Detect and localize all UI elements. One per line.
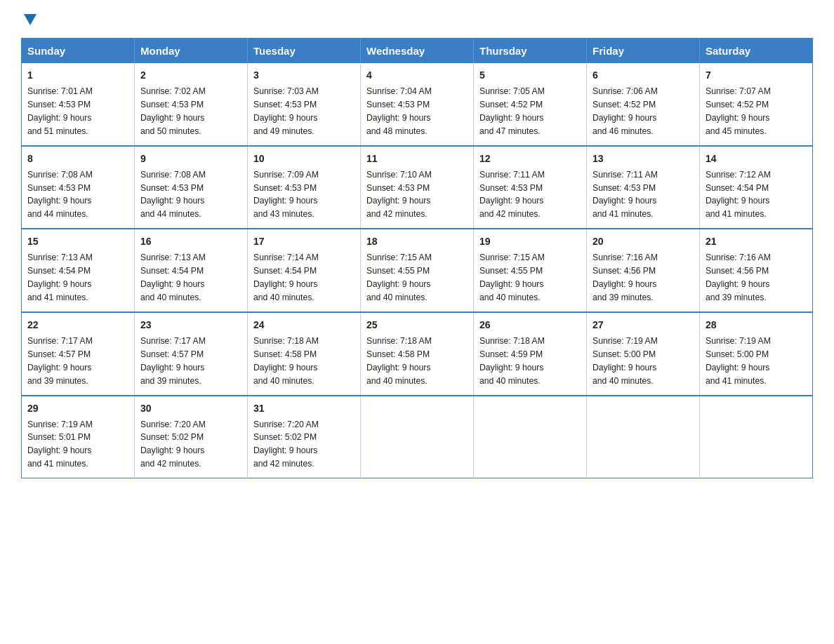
day-number: 12 — [479, 152, 581, 166]
calendar-day-cell: 8 Sunrise: 7:08 AMSunset: 4:53 PMDayligh… — [22, 146, 135, 229]
day-info: Sunrise: 7:03 AMSunset: 4:53 PMDaylight:… — [253, 86, 319, 136]
day-number: 16 — [140, 234, 241, 249]
day-info: Sunrise: 7:05 AMSunset: 4:52 PMDaylight:… — [479, 86, 545, 136]
day-of-week-header: Tuesday — [248, 39, 361, 64]
day-info: Sunrise: 7:13 AMSunset: 4:54 PMDaylight:… — [140, 253, 206, 302]
day-number: 4 — [366, 68, 468, 83]
day-info: Sunrise: 7:08 AMSunset: 4:53 PMDaylight:… — [27, 170, 93, 220]
calendar-day-cell: 26 Sunrise: 7:18 AMSunset: 4:59 PMDaylig… — [474, 312, 587, 396]
day-info: Sunrise: 7:18 AMSunset: 4:59 PMDaylight:… — [479, 336, 545, 386]
day-number: 27 — [593, 318, 694, 333]
calendar-day-cell: 12 Sunrise: 7:11 AMSunset: 4:53 PMDaylig… — [474, 146, 587, 229]
calendar-day-cell: 22 Sunrise: 7:17 AMSunset: 4:57 PMDaylig… — [22, 312, 135, 396]
day-info: Sunrise: 7:09 AMSunset: 4:53 PMDaylight:… — [253, 170, 319, 220]
day-info: Sunrise: 7:19 AMSunset: 5:00 PMDaylight:… — [593, 336, 658, 386]
calendar-day-cell: 17 Sunrise: 7:14 AMSunset: 4:54 PMDaylig… — [248, 229, 361, 312]
day-info: Sunrise: 7:11 AMSunset: 4:53 PMDaylight:… — [479, 170, 545, 220]
day-info: Sunrise: 7:10 AMSunset: 4:53 PMDaylight:… — [366, 170, 432, 220]
day-info: Sunrise: 7:08 AMSunset: 4:53 PMDaylight:… — [140, 170, 206, 220]
day-info: Sunrise: 7:19 AMSunset: 5:00 PMDaylight:… — [706, 336, 771, 386]
day-number: 20 — [593, 234, 694, 249]
day-info: Sunrise: 7:20 AMSunset: 5:02 PMDaylight:… — [140, 420, 206, 469]
calendar-day-cell: 13 Sunrise: 7:11 AMSunset: 4:53 PMDaylig… — [587, 146, 700, 229]
calendar-week-row: 8 Sunrise: 7:08 AMSunset: 4:53 PMDayligh… — [22, 146, 813, 229]
day-number: 13 — [593, 152, 694, 166]
day-number: 14 — [706, 152, 807, 166]
calendar-day-cell: 9 Sunrise: 7:08 AMSunset: 4:53 PMDayligh… — [135, 146, 248, 229]
day-number: 24 — [253, 318, 355, 333]
day-info: Sunrise: 7:02 AMSunset: 4:53 PMDaylight:… — [140, 86, 206, 136]
calendar-day-cell: 30 Sunrise: 7:20 AMSunset: 5:02 PMDaylig… — [135, 396, 248, 478]
day-info: Sunrise: 7:18 AMSunset: 4:58 PMDaylight:… — [366, 336, 432, 386]
day-number: 15 — [27, 234, 128, 249]
day-number: 31 — [253, 401, 355, 416]
calendar-day-cell: 20 Sunrise: 7:16 AMSunset: 4:56 PMDaylig… — [587, 229, 700, 312]
day-of-week-header: Thursday — [474, 39, 587, 64]
day-of-week-header: Sunday — [22, 39, 135, 64]
logo-triangle-icon — [24, 14, 37, 25]
day-number: 9 — [140, 152, 241, 166]
day-number: 5 — [479, 68, 581, 83]
calendar-day-cell — [587, 396, 700, 478]
calendar-day-cell: 16 Sunrise: 7:13 AMSunset: 4:54 PMDaylig… — [135, 229, 248, 312]
day-number: 29 — [27, 401, 128, 416]
calendar-day-cell: 19 Sunrise: 7:15 AMSunset: 4:55 PMDaylig… — [474, 229, 587, 312]
day-number: 17 — [253, 234, 355, 249]
calendar-day-cell: 5 Sunrise: 7:05 AMSunset: 4:52 PMDayligh… — [474, 63, 587, 146]
calendar-day-cell: 28 Sunrise: 7:19 AMSunset: 5:00 PMDaylig… — [700, 312, 813, 396]
day-number: 19 — [479, 234, 581, 249]
day-number: 18 — [366, 234, 468, 249]
day-info: Sunrise: 7:20 AMSunset: 5:02 PMDaylight:… — [253, 420, 319, 469]
calendar-day-cell: 27 Sunrise: 7:19 AMSunset: 5:00 PMDaylig… — [587, 312, 700, 396]
day-number: 11 — [366, 152, 468, 166]
day-of-week-header: Friday — [587, 39, 700, 64]
day-number: 6 — [593, 68, 694, 83]
day-info: Sunrise: 7:14 AMSunset: 4:54 PMDaylight:… — [253, 253, 319, 302]
day-number: 8 — [27, 152, 128, 166]
calendar-day-cell: 15 Sunrise: 7:13 AMSunset: 4:54 PMDaylig… — [22, 229, 135, 312]
day-info: Sunrise: 7:15 AMSunset: 4:55 PMDaylight:… — [366, 253, 432, 302]
calendar-table: SundayMondayTuesdayWednesdayThursdayFrid… — [21, 38, 813, 478]
calendar-week-row: 29 Sunrise: 7:19 AMSunset: 5:01 PMDaylig… — [22, 396, 813, 478]
calendar-day-cell: 31 Sunrise: 7:20 AMSunset: 5:02 PMDaylig… — [248, 396, 361, 478]
calendar-day-cell: 14 Sunrise: 7:12 AMSunset: 4:54 PMDaylig… — [700, 146, 813, 229]
calendar-day-cell: 29 Sunrise: 7:19 AMSunset: 5:01 PMDaylig… — [22, 396, 135, 478]
day-info: Sunrise: 7:06 AMSunset: 4:52 PMDaylight:… — [593, 86, 658, 136]
day-number: 28 — [706, 318, 807, 333]
page-header — [21, 14, 813, 25]
day-info: Sunrise: 7:15 AMSunset: 4:55 PMDaylight:… — [479, 253, 545, 302]
day-info: Sunrise: 7:16 AMSunset: 4:56 PMDaylight:… — [706, 253, 771, 302]
day-info: Sunrise: 7:19 AMSunset: 5:01 PMDaylight:… — [27, 420, 93, 469]
calendar-day-cell: 3 Sunrise: 7:03 AMSunset: 4:53 PMDayligh… — [248, 63, 361, 146]
calendar-day-cell: 2 Sunrise: 7:02 AMSunset: 4:53 PMDayligh… — [135, 63, 248, 146]
day-number: 3 — [253, 68, 355, 83]
day-number: 23 — [140, 318, 241, 333]
day-info: Sunrise: 7:07 AMSunset: 4:52 PMDaylight:… — [706, 86, 771, 136]
day-number: 30 — [140, 401, 241, 416]
calendar-week-row: 1 Sunrise: 7:01 AMSunset: 4:53 PMDayligh… — [22, 63, 813, 146]
calendar-week-row: 15 Sunrise: 7:13 AMSunset: 4:54 PMDaylig… — [22, 229, 813, 312]
day-info: Sunrise: 7:18 AMSunset: 4:58 PMDaylight:… — [253, 336, 319, 386]
calendar-week-row: 22 Sunrise: 7:17 AMSunset: 4:57 PMDaylig… — [22, 312, 813, 396]
day-number: 21 — [706, 234, 807, 249]
day-of-week-header: Monday — [135, 39, 248, 64]
calendar-day-cell: 18 Sunrise: 7:15 AMSunset: 4:55 PMDaylig… — [361, 229, 474, 312]
calendar-day-cell — [474, 396, 587, 478]
calendar-day-cell: 25 Sunrise: 7:18 AMSunset: 4:58 PMDaylig… — [361, 312, 474, 396]
day-number: 7 — [706, 68, 807, 83]
day-info: Sunrise: 7:12 AMSunset: 4:54 PMDaylight:… — [706, 170, 771, 220]
calendar-day-cell: 24 Sunrise: 7:18 AMSunset: 4:58 PMDaylig… — [248, 312, 361, 396]
calendar-day-cell: 4 Sunrise: 7:04 AMSunset: 4:53 PMDayligh… — [361, 63, 474, 146]
calendar-day-cell: 23 Sunrise: 7:17 AMSunset: 4:57 PMDaylig… — [135, 312, 248, 396]
day-info: Sunrise: 7:11 AMSunset: 4:53 PMDaylight:… — [593, 170, 658, 220]
calendar-day-cell: 6 Sunrise: 7:06 AMSunset: 4:52 PMDayligh… — [587, 63, 700, 146]
day-info: Sunrise: 7:17 AMSunset: 4:57 PMDaylight:… — [27, 336, 93, 386]
day-number: 25 — [366, 318, 468, 333]
calendar-day-cell — [361, 396, 474, 478]
day-info: Sunrise: 7:01 AMSunset: 4:53 PMDaylight:… — [27, 86, 93, 136]
day-number: 22 — [27, 318, 128, 333]
calendar-day-cell — [700, 396, 813, 478]
day-info: Sunrise: 7:17 AMSunset: 4:57 PMDaylight:… — [140, 336, 206, 386]
calendar-day-cell: 7 Sunrise: 7:07 AMSunset: 4:52 PMDayligh… — [700, 63, 813, 146]
day-number: 26 — [479, 318, 581, 333]
